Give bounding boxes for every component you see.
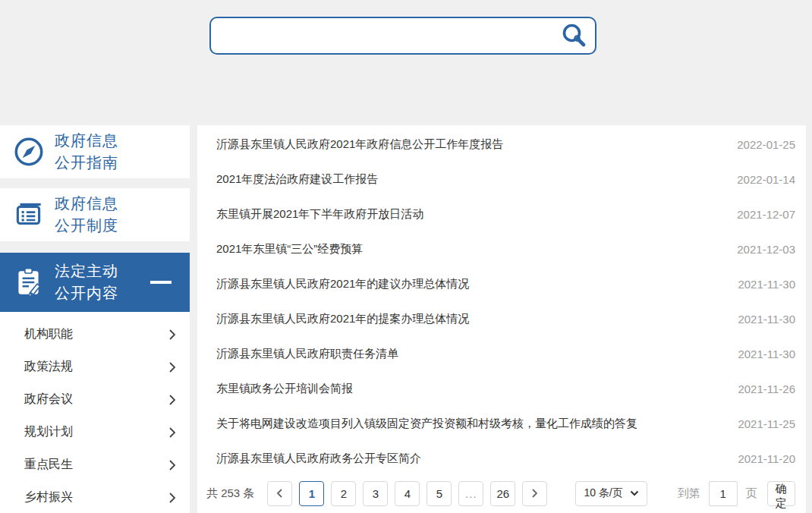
search-box: [209, 17, 596, 55]
collapse-minus-icon: [150, 281, 172, 284]
list-item[interactable]: 关于将电网建设改造项目列入镇级固定资产投资额和村级考核，量化工作成绩的答复 20…: [197, 406, 806, 441]
sidebar-item-gov-info-system[interactable]: 政府信息 公开制度: [0, 188, 190, 241]
page-button-4[interactable]: 4: [395, 481, 420, 506]
sidebar-subitem-org-functions[interactable]: 机构职能: [0, 318, 190, 351]
page-button-1[interactable]: 1: [299, 481, 324, 506]
article-title-link[interactable]: 沂源县东里镇人民政府2021年的建议办理总体情况: [216, 277, 722, 291]
chevron-right-icon: [168, 361, 176, 373]
list-item[interactable]: 2021年东里镇“三公”经费预算 2021-12-03: [197, 231, 806, 266]
chevron-down-icon: [630, 490, 639, 496]
article-date: 2022-01-25: [737, 138, 795, 151]
article-title-link[interactable]: 东里镇开展2021年下半年政府开放日活动: [216, 207, 722, 222]
jump-suffix-label: 页: [746, 486, 757, 501]
article-date: 2021-12-03: [737, 243, 795, 256]
sidebar-subitem-livelihood[interactable]: 重点民生: [0, 448, 190, 481]
article-date: 2021-11-30: [738, 278, 795, 291]
article-title-link[interactable]: 东里镇政务公开培训会简报: [216, 382, 722, 396]
chevron-right-icon: [168, 426, 176, 439]
chevron-right-icon: [168, 394, 176, 406]
chevron-right-icon: [168, 329, 176, 341]
chevron-left-icon: [276, 488, 283, 499]
article-date: 2021-12-07: [737, 208, 795, 221]
pagination-bar: 共 253 条 1 2 3 4 5 ... 26 10 条/页 到第 页: [197, 476, 806, 513]
list-item[interactable]: 2021年度法治政府建设工作报告 2022-01-14: [197, 162, 806, 197]
sidebar-item-label: 政府信息 公开指南: [55, 130, 118, 174]
article-title-link[interactable]: 关于将电网建设改造项目列入镇级固定资产投资额和村级考核，量化工作成绩的答复: [216, 417, 722, 431]
page-button-2[interactable]: 2: [331, 481, 356, 506]
article-list-panel: 沂源县东里镇人民政府2021年政府信息公开工作年度报告 2022-01-25 2…: [197, 125, 806, 513]
subitem-label: 政策法规: [24, 359, 73, 375]
list-item[interactable]: 沂源县东里镇人民政府2021年的提案办理总体情况 2021-11-30: [197, 301, 806, 336]
article-date: 2022-01-14: [737, 173, 795, 186]
article-title-link[interactable]: 沂源县东里镇人民政府2021年政府信息公开工作年度报告: [216, 137, 722, 152]
sidebar-item-gov-info-guide[interactable]: 政府信息 公开指南: [0, 125, 190, 178]
page-size-select[interactable]: 10 条/页: [575, 481, 647, 506]
search-input[interactable]: [211, 18, 557, 53]
sidebar-item-legal-disclosure[interactable]: 法定主动 公开内容: [0, 253, 190, 312]
subitem-label: 政府会议: [24, 392, 73, 408]
article-date: 2021-11-25: [738, 417, 795, 430]
chevron-right-icon: [168, 459, 176, 471]
subitem-label: 乡村振兴: [24, 489, 73, 505]
sidebar-gap: [0, 241, 190, 253]
total-count-label: 共 253 条: [206, 486, 254, 501]
page-ellipsis-button[interactable]: ...: [458, 481, 483, 506]
list-item[interactable]: 沂源县东里镇人民政府2021年的建议办理总体情况 2021-11-30: [197, 266, 806, 301]
page-jump-group: 到第 页: [678, 481, 757, 506]
list-item[interactable]: 东里镇开展2021年下半年政府开放日活动 2021-12-07: [197, 197, 806, 231]
article-title-link[interactable]: 沂源县东里镇人民政府政务公开专区简介: [216, 452, 722, 466]
subitem-label: 重点民生: [24, 457, 73, 473]
chevron-right-icon: [168, 492, 176, 504]
clipboard-pen-icon: [11, 265, 47, 300]
chevron-right-icon: [531, 488, 538, 499]
page-button-5[interactable]: 5: [426, 481, 452, 506]
jump-page-input[interactable]: [709, 481, 738, 506]
notebook-icon: [11, 197, 47, 232]
list-item[interactable]: 沂源县东里镇人民政府职责任务清单 2021-11-30: [197, 336, 806, 371]
sidebar-subitem-policies[interactable]: 政策法规: [0, 351, 190, 383]
sidebar-item-label: 政府信息 公开制度: [55, 193, 118, 237]
article-date: 2021-11-20: [738, 452, 795, 465]
subitem-label: 机构职能: [24, 326, 73, 342]
article-date: 2021-11-30: [738, 313, 795, 326]
jump-prefix-label: 到第: [678, 486, 700, 501]
article-title-link[interactable]: 2021年度法治政府建设工作报告: [216, 172, 722, 187]
page-button-3[interactable]: 3: [363, 481, 388, 506]
prev-page-button[interactable]: [267, 481, 292, 506]
article-date: 2021-11-26: [738, 382, 795, 395]
page-size-label: 10 条/页: [584, 486, 622, 500]
page-button-26[interactable]: 26: [490, 481, 515, 506]
confirm-button[interactable]: 确定: [767, 481, 795, 506]
sidebar-subitem-rural-revitalization[interactable]: 乡村振兴: [0, 481, 190, 513]
subitem-label: 规划计划: [24, 424, 73, 440]
article-title-link[interactable]: 沂源县东里镇人民政府职责任务清单: [216, 347, 722, 361]
sidebar-subitem-gov-meetings[interactable]: 政府会议: [0, 383, 190, 416]
sidebar-subitem-planning[interactable]: 规划计划: [0, 416, 190, 448]
list-item[interactable]: 沂源县东里镇人民政府政务公开专区简介 2021-11-20: [197, 441, 806, 476]
article-list: 沂源县东里镇人民政府2021年政府信息公开工作年度报告 2022-01-25 2…: [197, 125, 806, 476]
article-date: 2021-11-30: [738, 348, 795, 360]
list-item[interactable]: 沂源县东里镇人民政府2021年政府信息公开工作年度报告 2022-01-25: [197, 127, 806, 162]
article-title-link[interactable]: 2021年东里镇“三公”经费预算: [216, 242, 722, 256]
sidebar-submenu: 机构职能 政策法规 政府会议 规划计划 重点民生: [0, 312, 190, 513]
compass-icon: [11, 134, 47, 169]
sidebar: 政府信息 公开指南 政府信息 公开制度: [0, 125, 190, 513]
sidebar-gap: [0, 178, 190, 188]
sidebar-item-label: 法定主动 公开内容: [55, 260, 118, 304]
list-item[interactable]: 东里镇政务公开培训会简报 2021-11-26: [197, 371, 806, 406]
article-title-link[interactable]: 沂源县东里镇人民政府2021年的提案办理总体情况: [216, 312, 722, 326]
search-icon: [560, 22, 587, 49]
search-button[interactable]: [557, 22, 595, 49]
next-page-button[interactable]: [522, 481, 547, 506]
